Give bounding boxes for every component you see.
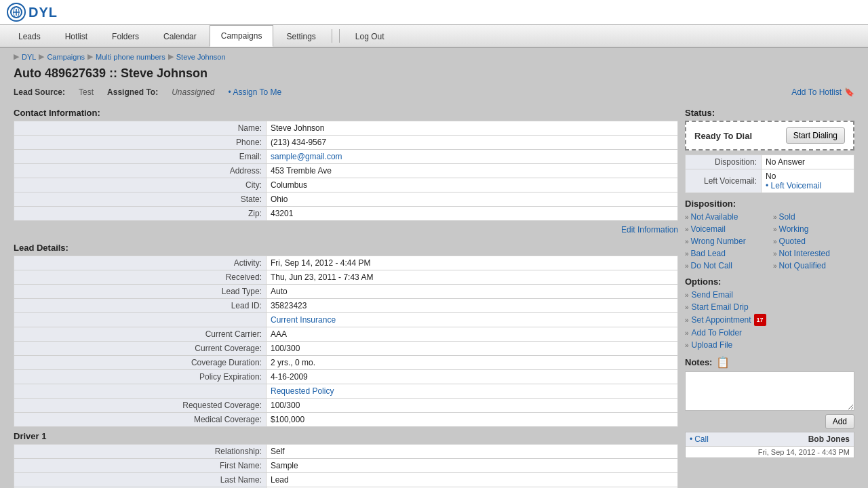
contact-city-label: City: [14,178,267,192]
coverage-duration-label: Coverage Duration: [14,356,267,370]
disp-bad-lead[interactable]: Bad Lead [685,248,766,259]
disp-sold[interactable]: Sold [773,211,854,222]
current-coverage-value: 100/300 [267,342,678,356]
start-dialing-button[interactable]: Start Dialing [786,127,845,144]
nav-logout[interactable]: Log Out [344,26,396,47]
logo-icon [7,3,26,22]
disp-voicemail[interactable]: Voicemail [685,224,766,235]
breadcrumb-arrow-1: ▶ [14,52,19,61]
disp-not-qualified[interactable]: Not Qualified [773,260,854,271]
breadcrumb-multi-phone[interactable]: Multi phone numbers [96,53,165,61]
coverage-duration-row: Coverage Duration: 2 yrs., 0 mo. [14,356,678,370]
requested-coverage-value: 100/300 [267,399,678,413]
disposition-grid: Not Available Sold Voicemail Working Wro… [685,211,854,271]
disp-info-row: Disposition: No Answer [686,155,854,169]
contact-city-row: City: Columbus [14,178,678,192]
requested-policy-empty-label [14,384,267,399]
notes-textarea[interactable] [685,371,854,411]
nav-calendar[interactable]: Calendar [152,26,208,47]
contact-state-row: State: Ohio [14,192,678,207]
nav-settings[interactable]: Settings [275,26,327,47]
disp-info-label: Disposition: [686,155,762,169]
option-upload-file[interactable]: Upload File [685,340,854,350]
call-log-user: Bob Jones [808,434,850,444]
current-carrier-label: Current Carrier: [14,327,267,342]
option-start-email-drip[interactable]: Start Email Drip [685,302,854,312]
contact-email-row: Email: sample@gmail.com [14,150,678,164]
current-carrier-row: Current Carrier: AAA [14,327,678,342]
requested-policy-link[interactable]: Requested Policy [271,386,334,396]
contact-name-value: Steve Johnson [267,121,678,136]
nav-folders[interactable]: Folders [100,26,151,47]
contact-zip-value: 43201 [267,207,678,221]
contact-section-title: Contact Information: [14,108,678,118]
edit-information-link[interactable]: Edit Information [621,225,678,235]
disp-not-interested[interactable]: Not Interested [773,248,854,259]
left-voicemail-link[interactable]: • Left Voicemail [766,181,821,190]
driver-table: Relationship: Self First Name: Sample La… [14,444,678,488]
breadcrumb: ▶ DYL ▶ Campaigns ▶ Multi phone numbers … [0,48,868,65]
breadcrumb-dyl[interactable]: DYL [22,53,36,61]
driver-firstname-row: First Name: Sample [14,459,678,473]
voicemail-label: Left Voicemail: [686,169,762,193]
disp-wrong-number[interactable]: Wrong Number [685,236,766,247]
logo: DYL [7,3,58,22]
right-panel: Status: Ready To Dial Start Dialing Disp… [678,102,854,488]
left-panel: Contact Information: Name: Steve Johnson… [14,102,678,488]
option-send-email[interactable]: Send Email [685,289,854,300]
nav-campaigns[interactable]: Campaigns [210,25,274,47]
lead-type-label: Lead Type: [14,285,267,299]
add-hotlist-button[interactable]: Add To Hotlist 🔖 [791,87,854,97]
option-set-appointment-row: Set Appointment 17 [685,314,854,326]
disp-info-value: No Answer [762,155,854,169]
driver-firstname-label: First Name: [14,459,267,473]
main-content: Contact Information: Name: Steve Johnson… [0,102,868,488]
contact-city-value: Columbus [267,178,678,192]
breadcrumb-campaigns[interactable]: Campaigns [47,53,85,61]
breadcrumb-steve-johnson[interactable]: Steve Johnson [176,53,226,61]
notes-icon: 📋 [716,356,730,369]
current-insurance-link[interactable]: Current Insurance [271,315,336,325]
assign-me-link[interactable]: • Assign To Me [229,87,282,97]
driver-relationship-value: Self [267,445,678,459]
navigation: Leads Hotlist Folders Calendar Campaigns… [0,25,868,48]
lead-received-row: Received: Thu, Jun 23, 2011 - 7:43 AM [14,270,678,285]
edit-link-row: Edit Information [14,224,678,237]
add-hotlist-link[interactable]: Add To Hotlist [791,87,842,97]
nav-leads[interactable]: Leads [7,26,52,47]
driver-lastname-value: Lead [267,473,678,487]
option-add-to-folder[interactable]: Add To Folder [685,327,854,338]
contact-address-label: Address: [14,164,267,178]
lead-source-value: Test [79,87,94,97]
call-log-label[interactable]: Call [690,434,709,444]
notes-title: Notes: 📋 [685,356,854,369]
option-set-appointment[interactable]: Set Appointment [685,314,751,325]
current-insurance-row: Current Insurance [14,313,678,327]
contact-phone-value: (213) 434-9567 [267,136,678,150]
driver-relationship-label: Relationship: [14,445,267,459]
contact-phone-row: Phone: (213) 434-9567 [14,136,678,150]
disp-do-not-call[interactable]: Do Not Call [685,260,766,271]
options-list: Send Email Start Email Drip Set Appointm… [685,289,854,350]
driver-lastname-row: Last Name: Lead [14,473,678,487]
driver-lastname-label: Last Name: [14,473,267,487]
current-carrier-value: AAA [267,327,678,342]
driver-firstname-value: Sample [267,459,678,473]
hotlist-icon: 🔖 [844,87,854,97]
contact-email-link[interactable]: sample@gmail.com [271,152,342,161]
meta-row: Lead Source: Test Assigned To: Unassigne… [0,86,868,102]
disposition-info-table: Disposition: No Answer Left Voicemail: N… [685,155,854,193]
disp-quoted[interactable]: Quoted [773,236,854,247]
contact-email-value: sample@gmail.com [267,150,678,164]
top-bar: DYL [0,0,868,25]
ready-to-dial-box: Ready To Dial Start Dialing [685,121,854,150]
notes-add-button[interactable]: Add [825,414,854,429]
logo-text: DYL [28,5,58,20]
nav-hotlist[interactable]: Hotlist [54,26,99,47]
requested-policy-row: Requested Policy [14,384,678,399]
disp-working[interactable]: Working [773,224,854,235]
policy-expiration-label: Policy Expiration: [14,370,267,384]
coverage-duration-value: 2 yrs., 0 mo. [267,356,678,370]
disp-not-available[interactable]: Not Available [685,211,766,222]
contact-table: Name: Steve Johnson Phone: (213) 434-956… [14,121,678,221]
